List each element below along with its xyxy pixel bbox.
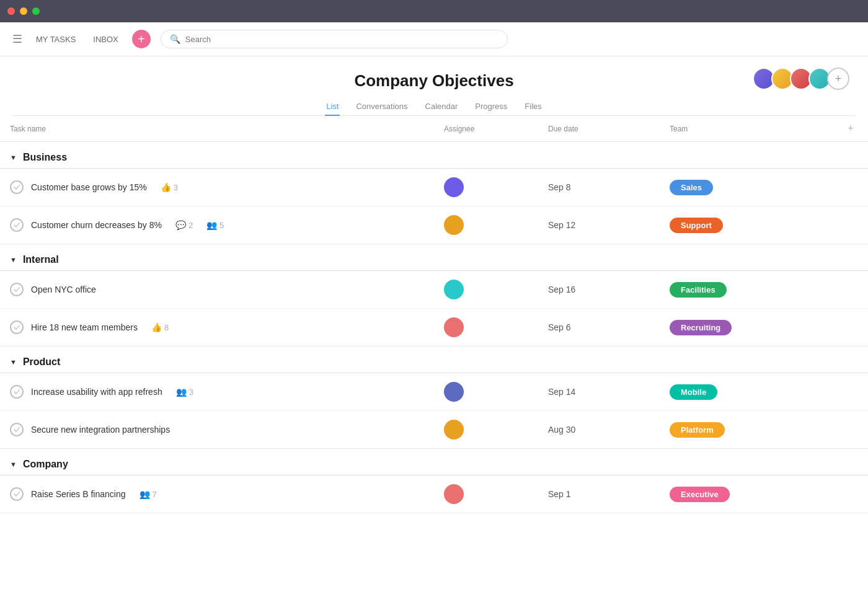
task-complete-button[interactable] [10, 487, 24, 501]
assignee-cell [434, 206, 538, 244]
task-complete-button[interactable] [10, 320, 24, 334]
minimize-button[interactable] [20, 7, 27, 15]
team-badge[interactable]: Platform [670, 422, 725, 438]
col-header-add[interactable]: + [833, 116, 868, 142]
tab-files[interactable]: Files [523, 98, 542, 116]
tab-bar: List Conversations Calendar Progress Fil… [12, 91, 856, 116]
team-cell: Mobile [660, 373, 833, 411]
team-badge[interactable]: Support [670, 218, 723, 233]
assignee-avatar[interactable] [444, 215, 464, 235]
meta-icon: 👍 [161, 182, 171, 192]
close-button[interactable] [7, 7, 15, 15]
assignee-cell [434, 169, 538, 206]
add-button[interactable]: + [132, 30, 151, 48]
task-meta: 👥 7 [140, 489, 157, 499]
assignee-avatar[interactable] [444, 484, 464, 504]
section-row: ▼ Company [0, 449, 868, 475]
task-name[interactable]: Secure new integration partnerships [31, 425, 170, 435]
task-complete-button[interactable] [10, 180, 24, 194]
section-label: Business [23, 152, 67, 163]
inbox-link[interactable]: INBOX [89, 32, 122, 46]
table-row: Raise Series B financing 👥 7 Sep 1 Execu… [0, 475, 868, 513]
task-table: Task name Assignee Due date Team + ▼ Bus… [0, 116, 868, 513]
assignee-avatar[interactable] [444, 280, 464, 299]
task-meta: 👥 5 [206, 220, 224, 230]
table-row: Customer churn decreases by 8% 💬 2 👥 5 S… [0, 206, 868, 244]
meta-icon: 👥 [176, 387, 187, 397]
table-row: Customer base grows by 15% 👍 3 Sep 8 Sal… [0, 169, 868, 206]
meta-icon: 👍 [151, 322, 162, 332]
due-date-cell: Sep 16 [538, 271, 660, 309]
section-row: ▼ Business [0, 142, 868, 169]
meta-icon: 👥 [140, 489, 150, 499]
task-complete-button[interactable] [10, 385, 24, 399]
section-chevron[interactable]: ▼ [10, 154, 17, 161]
task-name-cell: Customer churn decreases by 8% 💬 2 👥 5 [0, 206, 434, 244]
team-badge[interactable]: Sales [670, 180, 713, 195]
meta-icon: 💬 [175, 220, 186, 230]
row-add-cell [833, 206, 868, 244]
section-row: ▼ Product [0, 347, 868, 373]
col-header-task: Task name [0, 116, 434, 142]
task-complete-button[interactable] [10, 423, 24, 436]
due-date: Sep 6 [548, 322, 571, 332]
task-meta: 👍 8 [151, 322, 169, 332]
team-badge[interactable]: Executive [670, 487, 730, 502]
row-add-cell [833, 373, 868, 411]
task-name[interactable]: Increase usability with app refresh [31, 387, 162, 397]
maximize-button[interactable] [32, 7, 40, 15]
team-cell: Recruiting [660, 309, 833, 347]
due-date: Sep 12 [548, 220, 575, 230]
team-cell: Sales [660, 169, 833, 206]
section-chevron[interactable]: ▼ [10, 461, 17, 468]
task-name[interactable]: Raise Series B financing [31, 489, 126, 499]
meta-icon: 👥 [206, 220, 217, 230]
search-input[interactable] [185, 35, 498, 44]
task-complete-button[interactable] [10, 283, 24, 296]
tab-calendar[interactable]: Calendar [424, 98, 459, 116]
assignee-avatar[interactable] [444, 382, 464, 402]
tab-progress[interactable]: Progress [474, 98, 508, 116]
due-date: Sep 14 [548, 387, 575, 397]
table-row: Secure new integration partnerships Aug … [0, 411, 868, 449]
task-name-cell: Secure new integration partnerships [0, 411, 434, 449]
assignee-avatar[interactable] [444, 420, 464, 440]
team-badge[interactable]: Recruiting [670, 320, 732, 335]
table-row: Increase usability with app refresh 👥 3 … [0, 373, 868, 411]
app-shell: ☰ MY TASKS INBOX + 🔍 Company Objectives … [0, 22, 868, 610]
team-badge[interactable]: Mobile [670, 384, 717, 400]
task-name-cell: Raise Series B financing 👥 7 [0, 475, 434, 513]
task-meta: 💬 2 [175, 220, 193, 230]
table-row: Open NYC office Sep 16 Facilities [0, 271, 868, 309]
assignee-avatar[interactable] [444, 317, 464, 337]
task-name[interactable]: Hire 18 new team members [31, 322, 138, 332]
search-icon: 🔍 [170, 34, 180, 44]
tab-conversations[interactable]: Conversations [355, 98, 409, 116]
row-add-cell [833, 271, 868, 309]
hamburger-icon[interactable]: ☰ [12, 32, 22, 46]
team-cell: Platform [660, 411, 833, 449]
task-name[interactable]: Open NYC office [31, 285, 96, 294]
team-badge[interactable]: Facilities [670, 282, 727, 298]
section-label: Company [23, 459, 68, 470]
row-add-cell [833, 475, 868, 513]
tab-list[interactable]: List [325, 98, 340, 116]
my-tasks-link[interactable]: MY TASKS [32, 32, 79, 46]
add-member-button[interactable]: + [827, 68, 849, 90]
section-chevron[interactable]: ▼ [10, 256, 17, 263]
task-name-cell: Increase usability with app refresh 👥 3 [0, 373, 434, 411]
row-add-cell [833, 309, 868, 347]
assignee-cell [434, 411, 538, 449]
task-name[interactable]: Customer base grows by 15% [31, 182, 147, 192]
team-cell: Executive [660, 475, 833, 513]
section-chevron[interactable]: ▼ [10, 358, 17, 366]
search-bar[interactable]: 🔍 [161, 30, 508, 48]
task-name-cell: Hire 18 new team members 👍 8 [0, 309, 434, 347]
assignee-avatar[interactable] [444, 177, 464, 197]
task-complete-button[interactable] [10, 218, 24, 232]
task-name[interactable]: Customer churn decreases by 8% [31, 220, 162, 230]
table-row: Hire 18 new team members 👍 8 Sep 6 Recru… [0, 309, 868, 347]
section-row: ▼ Internal [0, 244, 868, 271]
main-content: Company Objectives + List Conversations … [0, 56, 868, 610]
row-add-cell [833, 411, 868, 449]
